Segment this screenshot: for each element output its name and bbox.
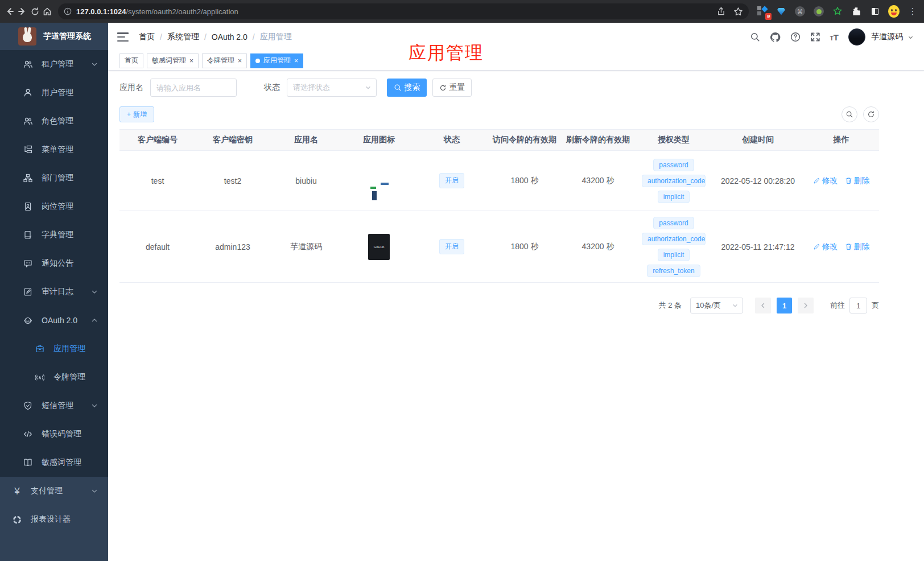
broadcast-icon — [35, 373, 44, 382]
goto-page-input[interactable] — [849, 298, 867, 314]
id-badge-icon — [23, 202, 32, 211]
user-caret-down-icon[interactable] — [908, 34, 914, 40]
breadcrumb-system[interactable]: 系统管理 — [167, 32, 199, 42]
close-icon[interactable]: × — [189, 57, 193, 64]
sidebar-item-oauth-token[interactable]: 令牌管理 — [0, 363, 108, 391]
sidebar-item-role[interactable]: 角色管理 — [0, 107, 108, 135]
reset-button-label: 重置 — [449, 82, 465, 93]
sidebar-item-notice[interactable]: 通知公告 — [0, 249, 108, 278]
app-logo[interactable]: 芋道管理系统 — [0, 23, 108, 50]
sidebar-item-oauth[interactable]: OAuth 2.0 — [0, 306, 108, 335]
sidebar-item-label: 字典管理 — [42, 230, 73, 240]
username[interactable]: 芋道源码 — [871, 32, 903, 42]
extension-star-icon[interactable] — [832, 6, 843, 17]
page-size-select[interactable]: 10条/页 — [690, 298, 743, 314]
close-icon[interactable]: × — [238, 57, 242, 64]
breadcrumb-separator: / — [204, 32, 207, 42]
home-icon[interactable] — [41, 3, 53, 19]
edit-link[interactable]: 修改 — [813, 176, 838, 186]
table-header-row: 客户端编号 客户端密钥 应用名 应用图标 状态 访问令牌的有效期 刷新令牌的有效… — [119, 130, 879, 151]
delete-link[interactable]: 删除 — [845, 242, 870, 252]
sidebar-item-post[interactable]: 岗位管理 — [0, 192, 108, 221]
user-icon — [23, 88, 32, 97]
tab-sensitive-word[interactable]: 敏感词管理× — [147, 53, 199, 68]
reset-button[interactable]: 重置 — [432, 79, 472, 97]
sidebar-item-tenant[interactable]: 租户管理 — [0, 50, 108, 79]
extension-command-icon[interactable]: ⌘ — [794, 6, 806, 17]
sidebar-item-sms[interactable]: 短信管理 — [0, 391, 108, 420]
refresh-icon — [439, 84, 447, 92]
shield-check-icon — [23, 401, 32, 410]
sidebar-collapse-icon[interactable] — [117, 32, 129, 42]
chevron-down-icon — [91, 488, 98, 494]
user-avatar[interactable] — [848, 28, 865, 46]
chevron-up-icon — [91, 317, 98, 324]
fullscreen-icon[interactable] — [810, 32, 820, 42]
col-client-secret: 客户端密钥 — [196, 130, 270, 151]
bookmark-star-icon[interactable] — [733, 7, 743, 16]
help-icon[interactable] — [790, 32, 801, 42]
trash-icon — [845, 243, 852, 250]
grant-type-tag: refresh_token — [647, 265, 700, 277]
extension-record-icon[interactable] — [813, 6, 824, 17]
sidebar-item-label: 通知公告 — [42, 258, 73, 269]
sidebar-item-menu[interactable]: 菜单管理 — [0, 135, 108, 164]
tab-application[interactable]: 应用管理× — [250, 53, 303, 68]
status-badge[interactable]: 开启 — [439, 173, 464, 188]
pagination: 共 2 条 10条/页 1 前往 页 — [119, 298, 879, 314]
cell-client-id: test — [119, 151, 196, 211]
site-info-icon[interactable] — [64, 7, 72, 15]
sidebar-item-payment[interactable]: ¥ 支付管理 — [0, 477, 108, 505]
sidebar-item-user[interactable]: 用户管理 — [0, 79, 108, 107]
status-badge[interactable]: 开启 — [439, 239, 464, 254]
forward-icon[interactable] — [16, 3, 28, 19]
back-icon[interactable] — [3, 3, 16, 19]
url-bar[interactable]: 127.0.0.1:1024/system/oauth2/oauth2/appl… — [58, 3, 749, 19]
breadcrumb-oauth[interactable]: OAuth 2.0 — [212, 32, 248, 42]
grant-type-tag: password — [653, 217, 694, 229]
search-icon[interactable] — [750, 32, 760, 42]
share-icon[interactable] — [717, 7, 725, 16]
cell-grant-types: password authorization_code implicit — [635, 151, 712, 211]
sidebar-item-sensitive-word[interactable]: 敏感词管理 — [0, 448, 108, 477]
col-app-name: 应用名 — [270, 130, 343, 151]
refresh-table-button[interactable] — [863, 106, 879, 122]
next-page-button[interactable] — [798, 298, 814, 314]
navbar-actions: TT 芋道源码 — [750, 28, 914, 46]
browser-menu-icon[interactable]: ⋮ — [907, 6, 918, 17]
sidebar-item-report-designer[interactable]: 报表设计器 — [0, 505, 108, 534]
toggle-search-button[interactable] — [842, 106, 857, 122]
sidebar-item-errcode[interactable]: 错误码管理 — [0, 420, 108, 448]
status-select[interactable]: 请选择状态 — [287, 79, 377, 97]
dictionary-book-icon — [23, 230, 32, 240]
close-icon[interactable]: × — [294, 57, 298, 64]
tab-home[interactable]: 首页 — [119, 53, 143, 68]
page-size-value: 10条/页 — [696, 300, 721, 311]
cell-actions: 修改 删除 — [803, 211, 879, 283]
tab-token[interactable]: 令牌管理× — [202, 53, 247, 68]
github-icon[interactable] — [770, 32, 781, 43]
profile-avatar-icon[interactable] — [888, 6, 900, 17]
robot-icon — [23, 316, 32, 325]
delete-link[interactable]: 删除 — [845, 176, 870, 186]
reading-list-icon[interactable] — [869, 6, 881, 17]
grant-type-tag: authorization_code — [642, 233, 706, 245]
extensions-puzzle-icon[interactable] — [851, 6, 862, 17]
sidebar-item-dict[interactable]: 字典管理 — [0, 221, 108, 249]
edit-link[interactable]: 修改 — [813, 242, 838, 252]
font-size-icon[interactable]: TT — [830, 33, 839, 42]
sidebar-item-label: 令牌管理 — [53, 372, 85, 382]
chevron-down-icon — [91, 402, 98, 409]
app-name-input[interactable] — [150, 79, 237, 97]
search-button[interactable]: 搜索 — [387, 79, 427, 97]
page-number-current[interactable]: 1 — [777, 298, 792, 314]
prev-page-button[interactable] — [755, 298, 771, 314]
sidebar-item-dept[interactable]: 部门管理 — [0, 164, 108, 192]
extension-blocks-icon[interactable]: 9 — [757, 6, 768, 17]
breadcrumb-home[interactable]: 首页 — [139, 32, 155, 42]
sidebar-item-audit-log[interactable]: 审计日志 — [0, 278, 108, 306]
reload-icon[interactable] — [28, 3, 41, 19]
sidebar-item-oauth-application[interactable]: 应用管理 — [0, 335, 108, 363]
extension-gem-icon[interactable] — [776, 6, 787, 17]
add-button[interactable]: +新增 — [119, 106, 154, 122]
